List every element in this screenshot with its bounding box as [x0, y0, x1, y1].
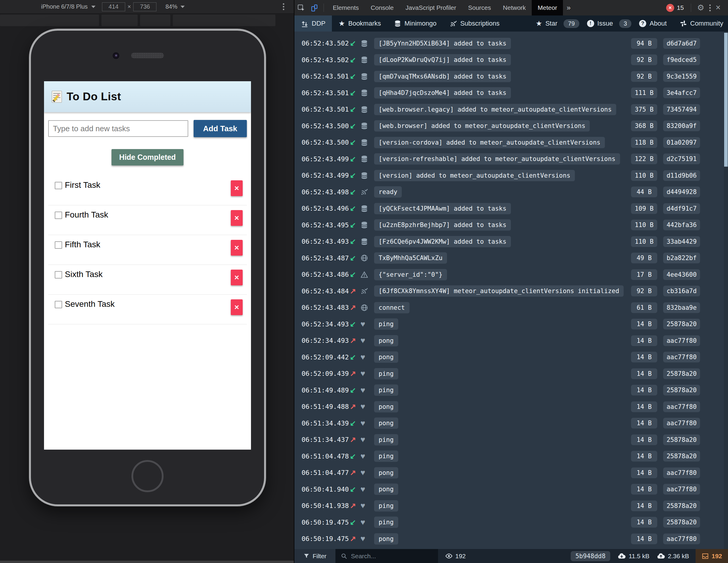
log-row[interactable]: 06:51:34.439 ↙ ♥ pong 14 B aac77f80 — [294, 415, 728, 432]
delete-task-button[interactable]: ✕ — [231, 300, 243, 315]
log-message: connect — [374, 302, 409, 313]
log-row[interactable]: 06:51:04.478 ↙ ♥ ping 14 B 25878a20 — [294, 448, 728, 465]
log-row[interactable]: 06:52:43.501 ↙ [qmD7vaqTMxs6ANsdb] added… — [294, 68, 728, 85]
about-button[interactable]: ? About — [633, 15, 673, 32]
download-size: 11.5 kB — [629, 553, 649, 560]
task-checkbox[interactable] — [55, 241, 62, 249]
log-row[interactable]: 06:51:49.489 ↙ ♥ ping 14 B 25878a20 — [294, 382, 728, 399]
task-checkbox[interactable] — [55, 211, 62, 219]
log-row[interactable]: 06:52:43.499 ↙ [version] added to meteor… — [294, 167, 728, 184]
delete-task-button[interactable]: ✕ — [231, 180, 243, 196]
device-select[interactable]: iPhone 6/7/8 Plus — [41, 3, 95, 10]
more-tabs-icon[interactable]: » — [563, 4, 574, 12]
star-repo-button[interactable]: ★ Star 79 — [529, 15, 580, 32]
log-row[interactable]: 06:52:34.493 ↙ ♥ ping 14 B 25878a20 — [294, 316, 728, 333]
log-row[interactable]: 06:52:43.498 ↙ ready 44 B d4494928 — [294, 184, 728, 200]
new-task-input[interactable] — [48, 120, 188, 137]
log-row[interactable]: 06:50:41.940 ↙ ♥ pong 14 B aac77f80 — [294, 481, 728, 498]
tab-ddp[interactable]: DDP — [294, 15, 332, 32]
device-toolbar-menu-button[interactable] — [281, 1, 286, 12]
delete-task-button[interactable]: ✕ — [231, 269, 243, 286]
log-row[interactable]: 06:52:43.493 ↙ [Fz6CQe6pv4JWW2KMw] added… — [294, 233, 728, 250]
vertical-scrollbar[interactable] — [724, 32, 728, 549]
tab-bookmarks[interactable]: ★ Bookmarks — [332, 15, 387, 32]
log-row[interactable]: 06:52:43.484 ↗ [6Jf8CXk8YmnssXY4W] meteo… — [294, 283, 728, 300]
log-row[interactable]: 06:52:43.499 ↙ [version-refreshable] add… — [294, 151, 728, 167]
log-row[interactable]: 06:52:43.500 ↙ [version-cordova] added t… — [294, 134, 728, 151]
log-row[interactable]: 06:50:19.475 ↙ ♥ ping 14 B 25878a20 — [294, 514, 728, 531]
log-row[interactable]: 06:51:04.477 ↗ ♥ pong 14 B aac77f80 — [294, 465, 728, 481]
log-row[interactable]: 06:52:43.501 ↙ [web.browser.legacy] adde… — [294, 101, 728, 118]
horizontal-scrollbar[interactable] — [0, 561, 294, 563]
delete-task-button[interactable]: ✕ — [231, 210, 243, 226]
incoming-arrow-icon: ↙ — [350, 221, 360, 229]
tab-console[interactable]: Console — [365, 0, 400, 15]
gear-icon[interactable]: ⚙ — [694, 3, 707, 12]
tab-subscriptions-label: Subscriptions — [460, 20, 500, 27]
log-row[interactable]: 06:52:43.500 ↙ [web.browser] added to me… — [294, 118, 728, 134]
log-row[interactable]: 06:52:43.502 ↙ [dLooP2KwDruQvQ7ij] added… — [294, 52, 728, 68]
search-box — [335, 549, 438, 563]
task-checkbox[interactable] — [55, 271, 62, 278]
tab-elements[interactable]: Elements — [327, 0, 365, 15]
tab-subscriptions[interactable]: Subscriptions — [443, 15, 506, 32]
log-row[interactable]: 06:51:34.437 ↗ ♥ ping 14 B 25878a20 — [294, 432, 728, 448]
add-task-button[interactable]: Add Task — [194, 120, 247, 137]
incoming-arrow-icon: ↙ — [350, 138, 360, 147]
device-toolbar-toggle-icon[interactable] — [307, 0, 321, 15]
log-timestamp: 06:51:04.477 — [302, 469, 350, 476]
task-checkbox[interactable] — [55, 301, 62, 308]
filter-button[interactable]: Filter — [294, 549, 335, 563]
tab-javascript-profiler[interactable]: JavaScript Profiler — [400, 0, 462, 15]
message-size-badge: 14 B — [631, 517, 657, 528]
devtools-menu-button[interactable] — [707, 3, 713, 13]
log-row[interactable]: 06:52:43.502 ↙ [JB5yYnn2HD5XiB634] added… — [294, 35, 728, 52]
log-row[interactable]: 06:52:09.442 ↙ ♥ pong 14 B aac77f80 — [294, 349, 728, 366]
search-input[interactable] — [351, 553, 422, 560]
viewport-width-input[interactable] — [102, 2, 125, 11]
error-badge[interactable]: ✕ 15 — [666, 4, 684, 12]
scrollbar-thumb[interactable] — [724, 33, 728, 167]
heart-icon: ♥ — [360, 320, 374, 328]
issue-button[interactable]: ! Issue 3 — [580, 15, 633, 32]
hide-completed-button[interactable]: Hide Completed — [112, 149, 183, 165]
inspect-element-icon[interactable] — [294, 0, 307, 15]
log-timestamp: 06:52:43.501 — [302, 89, 350, 97]
tab-minimongo[interactable]: Minimongo — [387, 15, 443, 32]
log-row[interactable]: 06:52:43.501 ↙ [qHha4D7jqcDszoMe4] added… — [294, 85, 728, 101]
task-checkbox[interactable] — [55, 182, 62, 189]
log-row[interactable]: 06:50:19.475 ↗ ♥ pong 14 B aac77f80 — [294, 531, 728, 547]
log-row[interactable]: 06:52:09.439 ↗ ♥ ping 14 B 25878a20 — [294, 366, 728, 382]
log-row[interactable]: 06:52:43.495 ↙ [u2znE8pzhrBejhbp7] added… — [294, 217, 728, 233]
incoming-arrow-icon: ↙ — [350, 419, 360, 428]
viewport-height-input[interactable] — [133, 2, 156, 11]
about-label: About — [649, 20, 667, 27]
tab-sources[interactable]: Sources — [462, 0, 497, 15]
log-row[interactable]: 06:52:34.493 ↗ ♥ pong 14 B aac77f80 — [294, 333, 728, 349]
outgoing-arrow-icon: ↗ — [350, 468, 360, 477]
pending-messages-badge[interactable]: 192 — [696, 549, 728, 563]
message-hash-badge: aac77f80 — [663, 418, 700, 429]
outgoing-arrow-icon: ↗ — [350, 402, 360, 411]
log-message: [dLooP2KwDruQvQ7ij] added to tasks — [374, 54, 511, 65]
log-row[interactable]: 06:52:43.487 ↙ TxByMhhQa5CAWLxZu 49 B b2… — [294, 250, 728, 266]
message-size-badge: 14 B — [631, 369, 657, 379]
inbox-tray-icon — [702, 553, 709, 559]
log-message: ping — [374, 517, 398, 528]
zoom-select[interactable]: 84% — [165, 3, 184, 10]
log-row[interactable]: 06:52:43.486 ↙ {"server_id":"0"} 17 B 4e… — [294, 266, 728, 283]
log-row[interactable]: 06:51:49.488 ↗ ♥ pong 14 B aac77f80 — [294, 399, 728, 415]
message-size-badge: 110 B — [631, 219, 657, 230]
delete-task-button[interactable]: ✕ — [231, 240, 243, 255]
phone-camera — [113, 52, 119, 59]
log-row[interactable]: 06:50:41.938 ↗ ♥ ping 14 B 25878a20 — [294, 498, 728, 514]
log-row[interactable]: 06:52:43.496 ↙ [yQCkFsect4JPMAAwm] added… — [294, 200, 728, 217]
tab-network[interactable]: Network — [497, 0, 532, 15]
ddp-log-panel: 06:52:43.502 ↙ [JB5yYnn2HD5XiB634] added… — [294, 32, 728, 549]
close-icon[interactable]: ✕ — [713, 4, 724, 12]
community-button[interactable]: Community — [673, 15, 728, 32]
log-message: ping — [374, 368, 398, 380]
tab-meteor[interactable]: Meteor — [532, 0, 563, 15]
devtools-tabbar: Elements Console JavaScript Profiler Sou… — [294, 0, 728, 15]
log-row[interactable]: 06:52:43.483 ↗ connect 61 B 832baa9e — [294, 300, 728, 316]
